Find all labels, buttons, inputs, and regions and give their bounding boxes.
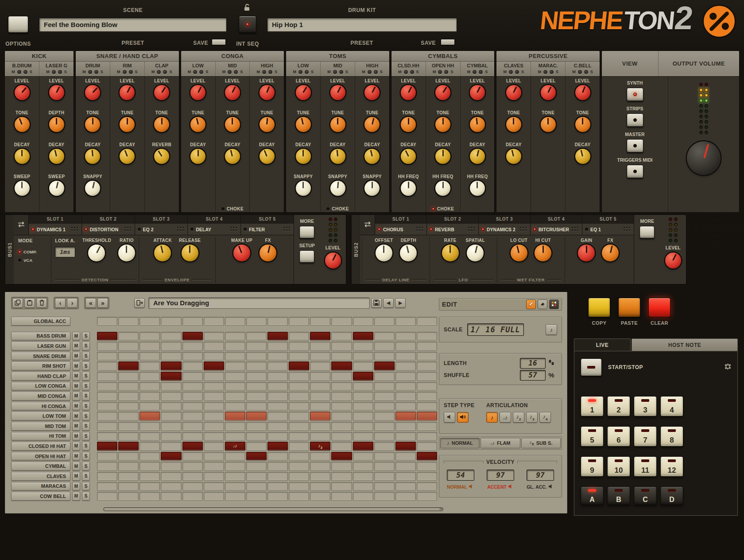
level-knob[interactable] <box>154 85 169 100</box>
step-8[interactable] <box>246 372 267 381</box>
fx-slot-2[interactable]: SLOT 2DISTORTION <box>82 215 135 235</box>
step-2[interactable] <box>118 432 139 441</box>
step-14[interactable] <box>374 462 395 471</box>
slot-power-led[interactable] <box>533 228 536 231</box>
step-2[interactable] <box>118 462 139 471</box>
step-10[interactable] <box>289 342 309 350</box>
speaker-soft-button[interactable] <box>444 412 455 423</box>
note-mode-sub-s-button[interactable]: ♪xSUB S. <box>521 438 561 448</box>
step-15[interactable] <box>395 412 416 420</box>
row-label-mid-conga[interactable]: MID CONGA <box>11 392 70 401</box>
step-6[interactable] <box>204 317 224 326</box>
gain-knob[interactable] <box>578 245 595 261</box>
hh-freq-knob[interactable] <box>435 181 450 196</box>
pad-8[interactable]: 8 <box>660 426 683 447</box>
solo-button[interactable] <box>163 70 167 74</box>
row-mute-button[interactable]: M <box>72 412 80 420</box>
step-14[interactable] <box>374 472 395 481</box>
fx-slot-4[interactable]: SLOT 4BITCRUSHER <box>531 215 582 235</box>
int-seq-button[interactable] <box>239 16 256 33</box>
slot-power-led[interactable] <box>138 228 141 231</box>
row-label-low-conga[interactable]: LOW CONGA <box>11 382 70 391</box>
footsteps-icon[interactable] <box>546 359 557 367</box>
step-13[interactable] <box>353 472 373 481</box>
row-mute-button[interactable]: M <box>72 372 80 381</box>
copy-pad[interactable] <box>588 298 610 317</box>
step-9[interactable] <box>267 452 288 461</box>
step-15[interactable] <box>395 472 416 481</box>
step-11[interactable] <box>310 432 330 441</box>
drum-kit-field[interactable]: Hip Hop 1 <box>267 18 457 32</box>
note-mode-flam-button[interactable]: ♪♪FLAM <box>480 438 520 448</box>
step-16[interactable] <box>417 372 437 381</box>
mute-button[interactable] <box>509 70 513 74</box>
row-mute-button[interactable]: M <box>72 462 80 471</box>
setup-button[interactable] <box>299 250 314 263</box>
step-16[interactable] <box>417 352 437 361</box>
slot-power-led[interactable] <box>481 228 484 231</box>
slot-power-led[interactable] <box>244 228 247 231</box>
step-3[interactable] <box>140 442 160 451</box>
step-8[interactable] <box>246 352 267 361</box>
row-mute-button[interactable]: M <box>72 352 80 361</box>
step-13[interactable] <box>353 462 373 471</box>
level-knob[interactable] <box>401 85 416 100</box>
row-solo-button[interactable]: S <box>82 362 90 370</box>
step-9[interactable] <box>267 412 288 420</box>
decay-knob[interactable] <box>435 149 450 164</box>
mute-button[interactable] <box>438 70 442 74</box>
slot-drag-handle[interactable] <box>230 227 238 232</box>
snappy-knob[interactable] <box>85 181 100 196</box>
bank-pad-c[interactable]: C <box>634 486 657 505</box>
level-knob[interactable] <box>330 85 345 100</box>
step-1[interactable] <box>97 332 117 341</box>
step-5[interactable] <box>182 382 203 391</box>
step-9[interactable] <box>267 342 288 350</box>
row-solo-button[interactable]: S <box>82 422 90 431</box>
step-15[interactable] <box>395 352 416 361</box>
step-11[interactable] <box>310 482 330 491</box>
step-1[interactable] <box>97 432 117 441</box>
row-mute-button[interactable]: M <box>72 432 80 441</box>
mute-button[interactable] <box>52 70 56 74</box>
level-knob[interactable] <box>325 253 341 268</box>
row-label-maracas[interactable]: MARACAS <box>11 482 70 491</box>
step-16[interactable] <box>417 382 437 391</box>
pad-12[interactable]: 12 <box>660 456 683 477</box>
step-11[interactable] <box>310 317 330 326</box>
step-15[interactable] <box>395 482 416 491</box>
step-8[interactable] <box>246 482 267 491</box>
bank-pad-a[interactable]: A <box>581 486 604 505</box>
step-4[interactable] <box>161 362 181 370</box>
step-12[interactable] <box>331 352 352 361</box>
step-10[interactable] <box>289 352 309 361</box>
velocity-display-normal[interactable]: 54 <box>447 470 474 481</box>
step-10[interactable] <box>289 372 309 381</box>
step-15[interactable] <box>395 422 416 431</box>
tone-knob[interactable] <box>541 117 556 132</box>
step-6[interactable] <box>204 492 224 501</box>
step-5[interactable] <box>182 342 203 350</box>
tone-knob[interactable] <box>154 117 169 132</box>
row-label-open-hi-hat[interactable]: OPEN HI HAT <box>11 452 70 461</box>
level-knob[interactable] <box>120 85 135 100</box>
solo-button[interactable] <box>339 70 343 74</box>
row-mute-button[interactable]: M <box>72 382 80 391</box>
lock-icon[interactable] <box>243 4 251 13</box>
step-13[interactable] <box>353 392 373 401</box>
step-5[interactable] <box>182 422 203 431</box>
step-6[interactable] <box>204 432 224 441</box>
step-1[interactable] <box>97 472 117 481</box>
pattern-name-field[interactable]: Are You Dragging <box>148 297 370 309</box>
step-7[interactable] <box>225 392 245 401</box>
slot-drag-handle[interactable] <box>468 227 476 232</box>
snappy-knob[interactable] <box>364 181 380 196</box>
slot-drag-handle[interactable] <box>520 227 527 232</box>
choke-indicator[interactable]: CHOKE <box>286 205 389 212</box>
step-2[interactable] <box>118 317 139 326</box>
fx-slot-1[interactable]: SLOT 1CHORUS <box>375 215 427 235</box>
step-6[interactable] <box>204 412 224 420</box>
row-solo-button[interactable]: S <box>82 342 90 350</box>
step-14[interactable] <box>374 452 395 461</box>
step-6[interactable] <box>204 382 224 391</box>
